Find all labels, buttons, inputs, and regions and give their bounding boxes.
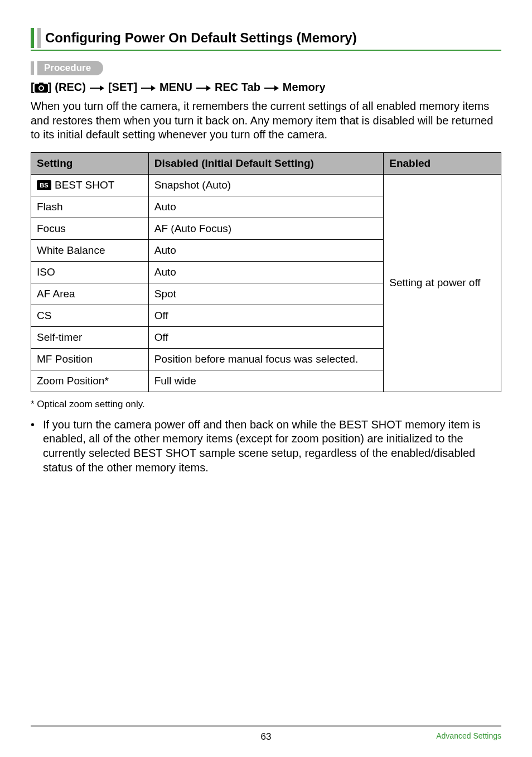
section-heading: Configuring Power On Default Settings (M… <box>31 28 501 48</box>
th-setting: Setting <box>31 152 149 174</box>
cell-disabled: Auto <box>148 239 384 261</box>
svg-point-3 <box>40 86 43 90</box>
svg-rect-1 <box>39 83 43 85</box>
arrow-icon <box>196 81 211 94</box>
page-number: 63 <box>261 731 272 742</box>
path-menu: MENU <box>159 81 192 94</box>
svg-marker-5 <box>100 85 104 91</box>
path-set: [SET] <box>108 81 137 94</box>
arrow-icon <box>141 81 156 94</box>
page-footer: 63 Advanced Settings <box>31 725 501 740</box>
svg-text:BS: BS <box>40 182 48 189</box>
cell-setting: White Balance <box>31 239 149 261</box>
cell-disabled: Auto <box>148 196 384 218</box>
heading-underline <box>31 50 501 51</box>
arrow-icon <box>89 81 105 94</box>
cell-disabled: AF (Auto Focus) <box>148 218 384 239</box>
cell-disabled: Off <box>148 305 384 326</box>
th-disabled: Disabled (Initial Default Setting) <box>148 152 384 174</box>
cell-setting: Self-timer <box>31 326 149 348</box>
cell-setting: ISO <box>31 261 149 283</box>
cell-disabled: Snapshot (Auto) <box>148 174 384 196</box>
bs-icon: BS <box>37 180 51 190</box>
procedure-bar <box>31 61 34 75</box>
rec-icon-bracket: [ ] <box>31 81 51 94</box>
camera-icon <box>35 83 48 93</box>
table-header-row: Setting Disabled (Initial Default Settin… <box>31 152 501 174</box>
footnote-marker: * <box>31 399 35 409</box>
body-paragraph: When you turn off the camera, it remembe… <box>31 99 501 142</box>
bullet-note: • If you turn the camera power off and t… <box>31 418 501 475</box>
cell-disabled: Full wide <box>148 370 384 392</box>
cell-disabled: Spot <box>148 283 384 305</box>
procedure-row: Procedure <box>31 61 501 75</box>
footer-divider <box>31 725 501 727</box>
heading-text: Configuring Power On Default Settings (M… <box>41 28 357 48</box>
footer-section: Advanced Settings <box>436 731 501 740</box>
svg-marker-11 <box>274 85 279 91</box>
footnote: * Optical zoom setting only. <box>31 399 501 410</box>
th-enabled: Enabled <box>384 152 501 174</box>
path-rec: (REC) <box>55 81 86 94</box>
cell-enabled: Setting at power off <box>384 174 501 392</box>
cell-setting: AF Area <box>31 283 149 305</box>
cell-setting: Flash <box>31 196 149 218</box>
settings-table: Setting Disabled (Initial Default Settin… <box>31 152 501 392</box>
cell-disabled: Auto <box>148 261 384 283</box>
path-memory: Memory <box>283 81 326 94</box>
svg-marker-9 <box>206 85 211 91</box>
cell-disabled: Off <box>148 326 384 348</box>
path-tab: REC Tab <box>215 81 260 94</box>
arrow-icon <box>264 81 279 94</box>
cell-disabled: Position before manual focus was selecte… <box>148 348 384 370</box>
menu-path: [ ] (REC) [SET] MENU REC Tab Memory <box>31 81 501 94</box>
cell-setting: Zoom Position* <box>31 370 149 392</box>
bullet-text: If you turn the camera power off and the… <box>43 418 501 475</box>
procedure-pill: Procedure <box>37 61 103 75</box>
cell-setting: Focus <box>31 218 149 239</box>
cell-setting: MF Position <box>31 348 149 370</box>
cell-setting: CS <box>31 305 149 326</box>
cell-setting: BEST SHOT <box>55 179 114 191</box>
footnote-text: Optical zoom setting only. <box>37 399 144 409</box>
svg-marker-7 <box>151 85 156 91</box>
heading-accent-green <box>31 28 34 48</box>
table-row: BS BEST SHOT Snapshot (Auto) Setting at … <box>31 174 501 196</box>
bullet-marker: • <box>31 418 43 475</box>
